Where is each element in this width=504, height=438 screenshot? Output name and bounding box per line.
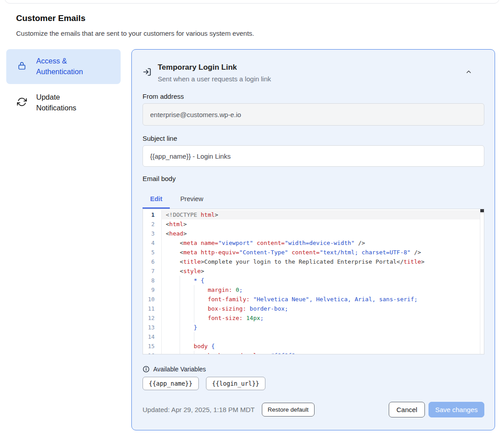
code-line: 8 * { <box>143 276 484 285</box>
restore-default-button[interactable]: Restore default <box>262 403 315 417</box>
code-line: 2<html> <box>143 219 484 229</box>
code-content: margin: 0; <box>162 285 484 295</box>
code-line: 9 margin: 0; <box>143 285 484 295</box>
code-line: 10 font-family: "Helvetica Neue", Helvet… <box>143 295 484 304</box>
code-line: 1<!DOCTYPE html> <box>143 210 484 219</box>
sidebar-item-label: Access & Authentication <box>36 56 99 77</box>
save-changes-button[interactable]: Save changes <box>428 402 484 417</box>
card-header: Temporary Login Link Sent when a user re… <box>143 61 484 83</box>
updated-timestamp: Updated: Apr 29, 2025, 1:18 PM MDT <box>143 406 255 413</box>
login-icon <box>143 67 151 78</box>
code-editor[interactable]: 1<!DOCTYPE html>2<html>3<head>4 <meta na… <box>143 209 484 354</box>
variable-chip-login_url[interactable]: {{login_url}} <box>206 377 266 390</box>
code-line: 16 background-color: #f9f9f9; <box>143 351 484 354</box>
code-content: font-family: "Helvetica Neue", Helvetica… <box>162 295 484 304</box>
code-line: 7 <style> <box>143 266 484 276</box>
line-number: 5 <box>143 248 162 257</box>
code-line: 15 body { <box>143 341 484 351</box>
tab-preview[interactable]: Preview <box>172 192 211 209</box>
code-content: * { <box>162 276 484 285</box>
lock-icon <box>17 61 27 72</box>
code-content: box-sizing: border-box; <box>162 304 484 313</box>
page-header: Customer Emails Customize the emails tha… <box>16 13 254 37</box>
code-content <box>162 332 484 341</box>
code-content: body { <box>162 341 484 351</box>
code-lines: 1<!DOCTYPE html>2<html>3<head>4 <meta na… <box>143 209 484 354</box>
line-number: 15 <box>143 341 162 351</box>
customer-emails-page: Customer Emails Customize the emails tha… <box>0 0 504 438</box>
line-number: 11 <box>143 304 162 313</box>
editor-scrollbar-thumb[interactable] <box>480 209 484 212</box>
code-line: 5 <meta http-equiv="Content-Type" conten… <box>143 248 484 257</box>
temporary-login-link-card: Temporary Login Link Sent when a user re… <box>131 49 495 430</box>
code-content: font-size: 14px; <box>162 313 484 323</box>
editor-scrollbar[interactable] <box>480 209 484 354</box>
code-content: <html> <box>162 219 484 229</box>
code-content: <meta name="viewport" content="width=dev… <box>162 238 484 248</box>
sidebar-item-label: Update Notifications <box>36 92 99 114</box>
page-subtitle: Customize the emails that are sent to yo… <box>16 29 254 37</box>
subject-line-label: Subject line <box>143 135 484 143</box>
from-address-input[interactable] <box>143 103 484 126</box>
code-content: <style> <box>162 266 484 276</box>
line-number: 13 <box>143 323 162 332</box>
card-footer: Updated: Apr 29, 2025, 1:18 PM MDT Resto… <box>143 402 484 417</box>
line-number: 14 <box>143 332 162 341</box>
line-number: 4 <box>143 238 162 248</box>
code-line: 6 <title>Complete your login to the Repl… <box>143 257 484 266</box>
code-line: 3<head> <box>143 229 484 238</box>
subject-line-input[interactable] <box>143 145 484 167</box>
sidebar-item-update-notifications[interactable]: Update Notifications <box>6 92 121 114</box>
email-body-tabs: EditPreview <box>143 192 484 209</box>
code-line: 14 <box>143 332 484 341</box>
from-address-label: From address <box>143 93 484 101</box>
code-line: 11 box-sizing: border-box; <box>143 304 484 313</box>
page-title: Customer Emails <box>16 13 254 23</box>
available-variables-row: Available Variables <box>143 365 484 373</box>
code-content: } <box>162 323 484 332</box>
chevron-up-icon[interactable] <box>465 68 472 77</box>
line-number: 16 <box>143 351 162 354</box>
variable-chips: {{app_name}}{{login_url}} <box>143 377 484 390</box>
email-body-label: Email body <box>143 175 484 184</box>
code-line: 4 <meta name="viewport" content="width=d… <box>143 238 484 248</box>
line-number: 8 <box>143 276 162 285</box>
line-number: 12 <box>143 313 162 323</box>
line-number: 2 <box>143 219 162 229</box>
code-content: background-color: #f9f9f9; <box>162 351 484 354</box>
previous-panel-edge <box>4 0 500 4</box>
info-icon <box>143 366 150 373</box>
code-content: <meta http-equiv="Content-Type" content=… <box>162 248 484 257</box>
line-number: 3 <box>143 229 162 238</box>
line-number: 10 <box>143 295 162 304</box>
email-types-sidebar: Access & AuthenticationUpdate Notificati… <box>6 49 121 122</box>
card-subtitle: Sent when a user requests a login link <box>158 75 271 83</box>
variable-chip-app_name[interactable]: {{app_name}} <box>143 377 199 390</box>
code-line: 12 font-size: 14px; <box>143 313 484 323</box>
available-variables-label: Available Variables <box>153 366 206 373</box>
cancel-button[interactable]: Cancel <box>389 402 425 417</box>
refresh-icon <box>17 97 27 109</box>
card-title: Temporary Login Link <box>158 63 271 72</box>
line-number: 1 <box>143 210 162 219</box>
code-line: 13 } <box>143 323 484 332</box>
line-number: 9 <box>143 285 162 295</box>
code-content: <!DOCTYPE html> <box>162 210 484 219</box>
code-content: <title>Complete your login to the Replic… <box>162 257 484 266</box>
tab-edit[interactable]: Edit <box>143 192 170 209</box>
line-number: 7 <box>143 266 162 276</box>
code-content: <head> <box>162 229 484 238</box>
line-number: 6 <box>143 257 162 266</box>
sidebar-item-access-authentication[interactable]: Access & Authentication <box>6 49 121 84</box>
